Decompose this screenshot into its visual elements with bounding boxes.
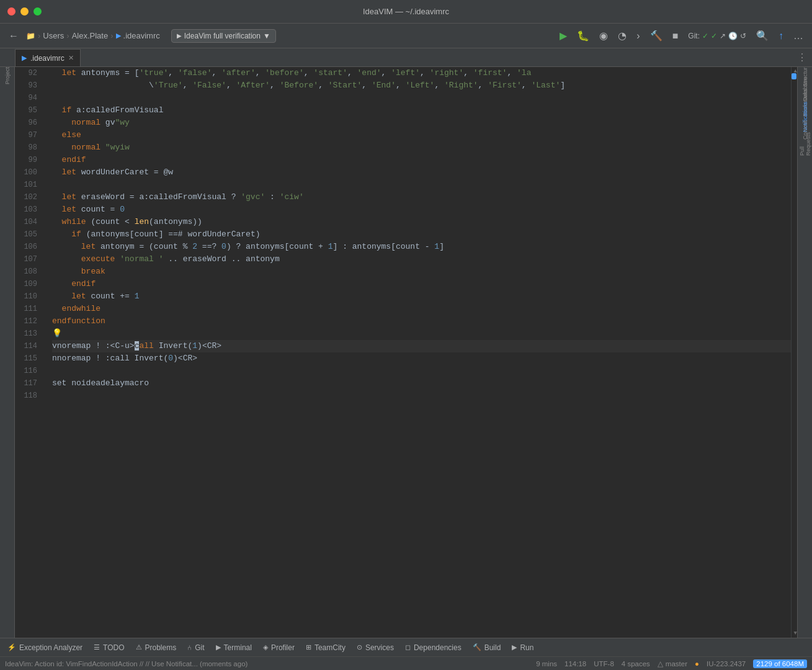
line-number-115: 115	[15, 352, 42, 365]
config-selector[interactable]: ▶ IdeaVim full verification ▼	[171, 29, 276, 43]
line-number-110: 110	[15, 290, 42, 303]
line-number-94: 94	[15, 92, 42, 104]
tool-label-8: Dependencies	[414, 643, 462, 652]
scroll-down-icon[interactable]: ▼	[794, 630, 797, 636]
code-line-103: let count = 0	[52, 203, 791, 216]
window-title: IdeaVIM — ~/.ideavimrc	[363, 7, 449, 16]
bottom-tool-exception-analyzer[interactable]: ⚡Exception Analyzer	[2, 641, 87, 654]
line-number-98: 98	[15, 141, 42, 154]
line-number-102: 102	[15, 191, 42, 203]
debug-button[interactable]: 🐛	[573, 27, 593, 44]
git-label: Git: ✓ ✓ ↗ 🕓 ↺	[684, 30, 750, 42]
bottom-toolbar: ⚡Exception Analyzer☰TODO⚠Problems⑃Git▶Te…	[0, 638, 812, 656]
breadcrumb-alex[interactable]: Alex.Plate	[72, 31, 109, 40]
line-number-118: 118	[15, 390, 42, 402]
tool-icon-8: ◻	[405, 643, 411, 651]
chevron-down-icon: ▼	[263, 32, 270, 40]
code-line-93: \'True', 'False', 'After', 'Before', 'St…	[52, 79, 791, 92]
code-line-109: endif	[52, 278, 791, 290]
tab-more-button[interactable]: ⋮	[792, 49, 812, 66]
bottom-tool-teamcity[interactable]: ⊞TeamCity	[301, 641, 350, 654]
run-button[interactable]: ▶	[556, 27, 571, 44]
bottom-tool-run[interactable]: ▶Run	[507, 641, 538, 654]
line-number-93: 93	[15, 79, 42, 92]
tool-icon-10: ▶	[512, 643, 517, 651]
coverage-button[interactable]: ◉	[596, 27, 612, 44]
checkmark-icon[interactable]: ✓	[702, 32, 708, 40]
code-line-106: let antonym = (count % 2 ==? 0) ? antony…	[52, 241, 791, 253]
maximize-button[interactable]	[33, 7, 42, 16]
build-button[interactable]: 🔨	[646, 27, 666, 44]
more-options-btn[interactable]: …	[790, 28, 807, 44]
code-line-101	[52, 179, 791, 191]
encoding-display[interactable]: UTF-8	[594, 660, 614, 668]
stop-button[interactable]: ■	[669, 28, 682, 44]
code-line-92: let antonyms = ['true', 'false', 'after'…	[52, 67, 791, 79]
tab-label: .ideavimrc	[30, 54, 65, 63]
code-editor[interactable]: let antonyms = ['true', 'false', 'after'…	[47, 67, 791, 638]
close-button[interactable]	[7, 7, 16, 16]
code-line-118	[52, 390, 791, 402]
code-line-112: endfunction	[52, 315, 791, 328]
tool-icon-2: ⚠	[136, 643, 142, 651]
bottom-tool-problems[interactable]: ⚠Problems	[131, 641, 182, 654]
clock-icon[interactable]: 🕓	[728, 32, 738, 40]
profile-button[interactable]: ◔	[614, 27, 630, 44]
line-number-113: 113	[15, 328, 42, 340]
share-icon[interactable]: ↗	[720, 32, 726, 40]
line-number-108: 108	[15, 266, 42, 278]
indent-display[interactable]: 4 spaces	[622, 660, 650, 668]
checkmark2-icon[interactable]: ✓	[711, 32, 717, 40]
line-number-117: 117	[15, 377, 42, 390]
tool-label-1: TODO	[103, 643, 124, 652]
notif-right-area: 9 mins 114:18 UTF-8 4 spaces △ master ● …	[536, 659, 807, 668]
code-line-98: normal "wyiw	[52, 141, 791, 154]
bottom-tool-todo[interactable]: ☰TODO	[89, 641, 129, 654]
bottom-tool-profiler[interactable]: ◈Profiler	[258, 641, 300, 654]
back-button[interactable]: ←	[5, 28, 22, 44]
search-button[interactable]: 🔍	[752, 27, 772, 44]
code-line-115: nnoremap ! :call Invert(0)<CR>	[52, 352, 791, 365]
code-line-99: endif	[52, 154, 791, 166]
line-number-96: 96	[15, 117, 42, 129]
warning-icon: ●	[695, 660, 699, 668]
tool-label-7: Services	[365, 643, 394, 652]
bottom-tool-dependencies[interactable]: ◻Dependencies	[400, 641, 466, 654]
tool-icon-6: ⊞	[306, 643, 311, 651]
undo-icon[interactable]: ↺	[740, 32, 746, 40]
branch-display[interactable]: △ master	[658, 659, 687, 668]
scroll-gutter[interactable]: ▲ ▼	[791, 67, 797, 638]
breadcrumb-separator: ›	[38, 31, 40, 40]
bottom-tool-build[interactable]: 🔨Build	[468, 641, 506, 654]
window-controls[interactable]	[7, 7, 42, 16]
project-tool-icon[interactable]: Project	[1, 69, 14, 82]
scroll-up-icon[interactable]: ▲	[794, 68, 797, 74]
code-line-95: if a:calledFromVisual	[52, 104, 791, 117]
pull-requests-panel-icon[interactable]: Pull Requests	[799, 138, 811, 150]
tool-icon-3: ⑃	[187, 644, 192, 651]
line-count-display: 2129 of 6048M	[753, 659, 807, 668]
breadcrumb-item-project[interactable]: 📁	[26, 32, 35, 40]
breadcrumb-users[interactable]: Users	[43, 31, 64, 40]
bottom-tool-services[interactable]: ⊙Services	[352, 641, 399, 654]
code-line-116	[52, 365, 791, 377]
left-sidebar: Project	[0, 67, 15, 638]
line-number-99: 99	[15, 154, 42, 166]
tab-ideavimrc[interactable]: ▶ .ideavimrc ✕	[15, 49, 81, 66]
bottom-tool-git[interactable]: ⑃Git	[182, 641, 209, 654]
toolbar-right: ▶ 🐛 ◉ ◔ › 🔨 ■ Git: ✓ ✓ ↗ 🕓 ↺ 🔍 ↑ …	[556, 27, 807, 44]
code-line-107: execute 'normal ' .. eraseWord .. antony…	[52, 253, 791, 266]
position-display[interactable]: 114:18	[564, 660, 586, 668]
breadcrumb-file[interactable]: .ideavimrc	[123, 31, 160, 40]
breadcrumb-file-icon: ▶	[116, 32, 121, 40]
update-button[interactable]: ↑	[775, 28, 787, 44]
minimize-button[interactable]	[20, 7, 29, 16]
main-layout: Project 92939495969798991001011021031041…	[0, 67, 812, 638]
bottom-tool-terminal[interactable]: ▶Terminal	[211, 641, 257, 654]
tool-label-5: Profiler	[271, 643, 295, 652]
more-run-btn[interactable]: ›	[633, 28, 643, 44]
line-numbers: 9293949596979899100101102103104105106107…	[15, 67, 47, 638]
tab-close-button[interactable]: ✕	[68, 54, 74, 62]
line-number-107: 107	[15, 253, 42, 266]
tool-label-0: Exception Analyzer	[19, 643, 83, 652]
